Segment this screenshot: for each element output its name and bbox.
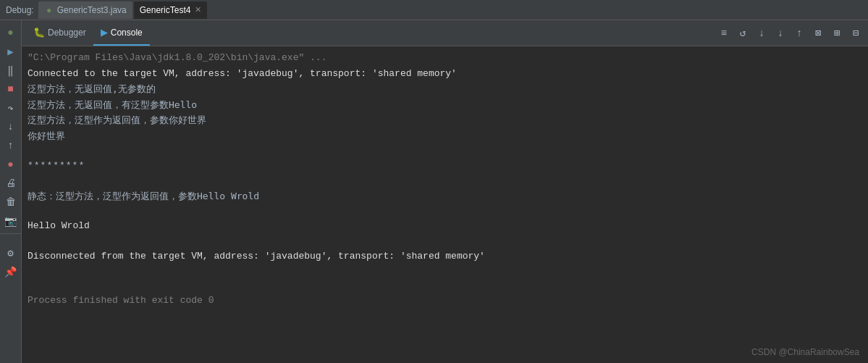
console-text: Connected to the target VM, address: 'ja… — [28, 67, 457, 81]
resume-icon[interactable]: ▶ — [3, 43, 19, 59]
console-line: 泛型方法，无返回值，有泛型参数Hello — [28, 98, 862, 114]
console-line: 泛型方法，泛型作为返回值，参数你好世界 — [28, 113, 862, 129]
step-into-icon[interactable]: ↓ — [3, 119, 19, 135]
clear-btn[interactable]: ⊠ — [810, 25, 826, 41]
file-icon: ● — [44, 5, 54, 15]
watermark: CSDN @ChinaRainbowSea — [751, 347, 859, 357]
scroll-up-btn[interactable]: ↑ — [791, 25, 807, 41]
console-line: Process finished with exit code 0 — [28, 293, 862, 309]
console-text: 泛型方法，无返回值，有泛型参数Hello — [28, 98, 197, 112]
expand-btn[interactable]: ⊞ — [829, 25, 845, 41]
settings-icon[interactable]: ⚙ — [3, 245, 19, 261]
run-icon[interactable]: ● — [3, 25, 19, 41]
console-line: "C:\Program Files\Java\jdk1.8.0_202\bin\… — [28, 51, 862, 67]
tab-label: GenericTest4 — [140, 5, 191, 15]
step-out-icon[interactable]: ↑ — [3, 138, 19, 154]
console-text: Disconnected from the target VM, address… — [28, 249, 485, 264]
breakpoint-icon[interactable]: ● — [3, 157, 19, 172]
console-text: 泛型方法，泛型作为返回值，参数你好世界 — [28, 113, 206, 128]
console-content[interactable]: "C:\Program Files\Java\jdk1.8.0_202\bin\… — [22, 46, 868, 363]
tab-generictest4[interactable]: GenericTest4 ✕ — [134, 1, 208, 19]
toolbar-tabs: 🐛 Debugger ▶ Console — [26, 20, 150, 46]
left-sidebar: ● ▶ ‖ ■ ↷ ↓ ↑ ● 🖨 🗑 📷 ⚙ 📌 — [0, 20, 22, 363]
delete-icon[interactable]: 🗑 — [3, 194, 19, 210]
tab-console[interactable]: ▶ Console — [93, 20, 150, 46]
console-text: 泛型方法，无返回值,无参数的 — [28, 82, 156, 96]
tab-close-icon[interactable]: ✕ — [195, 5, 201, 14]
debugger-tab-label: Debugger — [48, 28, 86, 38]
tab-label: GenericTest3.java — [57, 5, 127, 15]
pin-icon[interactable]: 📌 — [3, 264, 19, 280]
console-text: Process finished with exit code 0 — [28, 293, 214, 308]
console-line: Disconnected from the target VM, address… — [28, 249, 862, 265]
main-area: ● ▶ ‖ ■ ↷ ↓ ↑ ● 🖨 🗑 📷 ⚙ 📌 🐛 Debugger ▶ C… — [0, 20, 868, 363]
console-line-empty — [28, 144, 862, 159]
console-tab-label: Console — [111, 28, 143, 38]
console-text: 静态：泛型方法，泛型作为返回值，参数Hello Wrold — [28, 189, 259, 204]
console-line: ********* — [28, 159, 862, 175]
console-line-empty — [28, 175, 862, 189]
console-text: "C:\Program Files\Java\jdk1.8.0_202\bin\… — [28, 51, 326, 65]
menu-btn[interactable]: ≡ — [716, 25, 732, 41]
debug-label: Debug: — [6, 5, 34, 15]
tab-debugger[interactable]: 🐛 Debugger — [26, 20, 93, 46]
scroll-down2-btn[interactable]: ↓ — [772, 25, 788, 41]
console-line: 静态：泛型方法，泛型作为返回值，参数Hello Wrold — [28, 189, 862, 205]
pause-icon[interactable]: ‖ — [3, 62, 19, 78]
console-line: 泛型方法，无返回值,无参数的 — [28, 82, 862, 98]
console-text: Hello Wrold — [28, 219, 90, 233]
tab-generictest3[interactable]: ● GenericTest3.java — [38, 1, 132, 19]
toolbar-actions: ≡ ↺ ↓ ↓ ↑ ⊠ ⊞ ⊟ — [716, 25, 864, 41]
toolbar-row: 🐛 Debugger ▶ Console ≡ ↺ ↓ ↓ ↑ ⊠ ⊞ ⊟ — [22, 20, 868, 46]
console-text: ********* — [28, 159, 85, 173]
debugger-tab-icon: 🐛 — [33, 27, 45, 38]
camera-icon[interactable]: 📷 — [3, 213, 19, 229]
console-line-empty — [28, 204, 862, 219]
sidebar-separator — [0, 233, 21, 241]
console-line: Hello Wrold — [28, 219, 862, 235]
console-line: 你好世界 — [28, 129, 862, 145]
console-line: Connected to the target VM, address: 'ja… — [28, 67, 862, 83]
debug-panel: 🐛 Debugger ▶ Console ≡ ↺ ↓ ↓ ↑ ⊠ ⊞ ⊟ — [22, 20, 868, 363]
rerun-btn[interactable]: ↺ — [735, 25, 751, 41]
tab-bar: Debug: ● GenericTest3.java GenericTest4 … — [0, 0, 868, 20]
console-text: 你好世界 — [28, 129, 65, 143]
console-tab-icon: ▶ — [101, 27, 108, 38]
console-line-empty — [28, 279, 862, 293]
step-over-icon[interactable]: ↷ — [3, 100, 19, 116]
print-icon[interactable]: 🖨 — [3, 175, 19, 191]
scroll-down-btn[interactable]: ↓ — [754, 25, 770, 41]
console-line-empty — [28, 235, 862, 249]
collapse-btn[interactable]: ⊟ — [848, 25, 864, 41]
console-line-empty — [28, 264, 862, 279]
stop-icon[interactable]: ■ — [3, 81, 19, 97]
